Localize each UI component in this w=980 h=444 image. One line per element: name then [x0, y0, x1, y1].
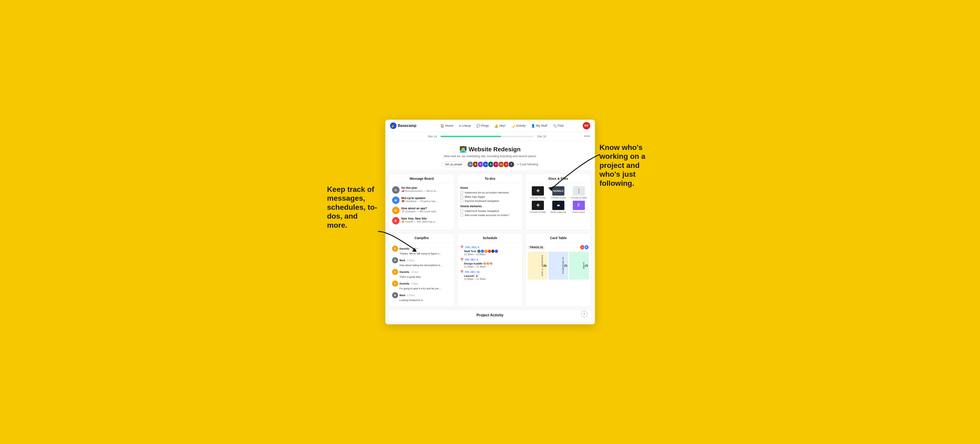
doc-name: Books page.png [550, 211, 566, 213]
todo-checkbox[interactable] [460, 209, 463, 212]
message-sub: 🔥 Kickoff — Our client has asked us to [401, 220, 439, 223]
list-item: Make logo bigger [460, 195, 520, 198]
pings-icon: 💬 [476, 124, 480, 127]
todo-text: Improve keyboard navigation [465, 199, 499, 202]
todo-checkbox[interactable] [460, 199, 463, 202]
avatar: D [392, 280, 398, 286]
timeline-start-date: Nov 14 [428, 135, 437, 138]
doc-name: Concept #1.png [530, 196, 545, 199]
campfire-time: 2:33pm [411, 282, 418, 285]
message-board-body: G Go-live plan 📣 Announcement — We're la… [389, 183, 454, 230]
lineup-icon: ≡ [459, 124, 461, 127]
event-time: 11:00am – 11:30am [464, 277, 520, 280]
help-button[interactable]: ? [581, 311, 587, 317]
doc-name: Home Layout [573, 211, 585, 213]
campfire-time: 1:52pm [411, 271, 418, 273]
mystuff-icon: 👤 [531, 124, 535, 127]
doc-name: Concept #2.png [551, 196, 566, 199]
list-item: M Mark 2:33pm Looking forward to it. [392, 292, 452, 301]
triage-label: TRIAGE (5) [528, 245, 545, 249]
nav-hey[interactable]: 🔔 Hey! [492, 123, 508, 129]
nav-lineup-label: Lineup [462, 124, 471, 127]
column-count: (7) [585, 264, 588, 267]
todos-body: Home Implement list as accordion element… [458, 183, 522, 221]
avatar: G [392, 186, 399, 194]
list-item: F Home Layout [570, 201, 588, 213]
nav-home[interactable]: 🏠 Home [438, 123, 456, 129]
timeline-track [441, 136, 534, 137]
todo-checkbox[interactable] [460, 213, 463, 216]
nav-lineup[interactable]: ≡ Lineup [457, 123, 473, 129]
list-item: D How about an app? ❓ Question — We coul… [392, 207, 452, 214]
timeline-more-button[interactable]: ••• [584, 134, 590, 139]
svg-marker-1 [548, 187, 553, 191]
people-avatars: A B C D E F G H T [467, 161, 515, 168]
schedule-day-header: 📅 FRI, DEC 9 [460, 258, 520, 261]
schedule-day-label: FRI, DEC 9 [465, 258, 478, 261]
schedule-body: 📅 THU, DEC 8 Staff Test [458, 243, 522, 285]
doc-thumbnail: F [573, 201, 585, 210]
schedule-day-label: THU, DEC 8 [465, 246, 479, 249]
campfire-message: Looking forward to it. [399, 299, 452, 301]
nav-logo-text: Basecamp [398, 124, 417, 128]
todo-checkbox[interactable] [460, 195, 463, 198]
avatar: M [392, 196, 399, 204]
set-up-people-button[interactable]: Set up people [442, 162, 465, 167]
avatar: D [392, 207, 399, 214]
nav-activity[interactable]: 🌙 Activity [509, 123, 528, 129]
campfire-message: That's a great idea. [399, 275, 452, 278]
event-title: Staff Test [464, 250, 520, 253]
nav-find[interactable]: 🔍 Find [550, 123, 566, 129]
campfire-sender: Daniella [399, 282, 409, 285]
card-table-card: Card Table TRIAGE (5) A B (5) [525, 233, 591, 307]
list-item: M Mark 1:61pm How about hiding the descr… [392, 257, 452, 267]
nav-logo[interactable]: ⛺ Basecamp [390, 123, 417, 129]
nav-pings[interactable]: 💬 Pings [474, 123, 491, 129]
avatar: M [392, 292, 398, 298]
event-title: Launch! 🎉 [464, 274, 520, 277]
project-activity-label: Project Activity [389, 310, 591, 321]
card-table-column-done: (7) DONE [569, 252, 589, 280]
project-activity-section: Project Activity ? [389, 310, 591, 321]
card-table-column-figuring: (5) FIGURING IT OUT [528, 252, 547, 280]
message-board-title: Message Board [389, 174, 454, 183]
nav-mystuff[interactable]: 👤 My Stuff [529, 123, 549, 129]
doc-thumbnail: ✛ [532, 201, 544, 210]
timeline-end-date: Dec 16 [538, 135, 546, 138]
campfire-sender: Daniella [399, 271, 409, 273]
calendar-icon: 📅 [460, 258, 464, 261]
column-count: (5) [543, 264, 546, 267]
schedule-day-label: FRI, DEC 16 [465, 271, 479, 273]
card-table-header: TRIAGE (5) A B [528, 245, 589, 250]
timeline-bar: Nov 14 Dec 16 ••• [385, 132, 595, 141]
message-sub: ❤️ Heartbeat — Progress has been [401, 200, 439, 203]
message-board-card: Message Board G Go-live plan 📣 Announcem… [389, 174, 455, 230]
find-icon: 🔍 [553, 124, 557, 127]
todo-section-home: Home [460, 186, 520, 189]
event-time: 11:30am – 12:00pm [464, 253, 520, 256]
list-item: Implement header navigation [460, 209, 520, 212]
message-title: Mid-cycle updates [401, 196, 439, 200]
nav-pings-label: Pings [481, 124, 489, 127]
doc-name: Concept #4.webp [530, 211, 546, 213]
schedule-event: Staff Test [464, 250, 520, 256]
arrow-left-icon [374, 227, 420, 255]
message-title: Go-live plan [401, 186, 439, 189]
card-table-title: Card Table [526, 233, 591, 243]
todo-checkbox[interactable] [460, 191, 463, 194]
user-avatar[interactable]: RR [583, 122, 590, 129]
nav-items: 🏠 Home ≡ Lineup 💬 Pings 🔔 Hey! 🌙 A [421, 123, 583, 129]
todos-title: To-dos [458, 174, 522, 183]
doc-thumbnail: 📖 [552, 201, 565, 210]
home-icon: 🏠 [440, 124, 444, 127]
campfire-sender: Mark [399, 294, 406, 297]
annotation-left: Keep track of messages, schedules, to-do… [327, 185, 379, 229]
column-label: DONE [582, 262, 585, 269]
message-title: How about an app? [401, 207, 439, 210]
avatar: K [392, 217, 399, 224]
avatar: T [508, 161, 515, 168]
todo-text: Implement list as accordion elements [465, 191, 509, 194]
calendar-icon: 📅 [460, 246, 464, 249]
activity-icon: 🌙 [511, 124, 515, 127]
nav-home-label: Home [445, 124, 453, 127]
